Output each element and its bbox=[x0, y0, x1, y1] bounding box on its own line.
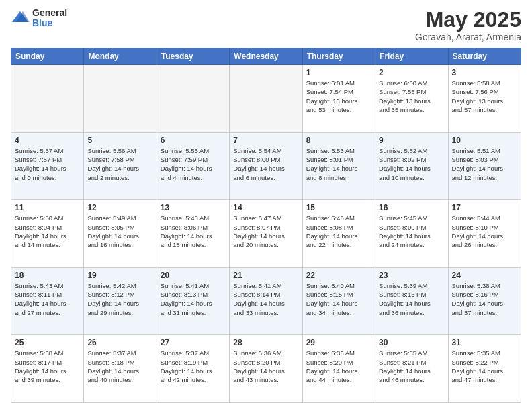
day-number: 30 bbox=[379, 338, 444, 347]
calendar-day-cell: 13Sunrise: 5:48 AMSunset: 8:06 PMDayligh… bbox=[157, 200, 229, 268]
col-thursday: Thursday bbox=[302, 48, 375, 65]
day-number: 22 bbox=[306, 271, 371, 280]
header: General Blue May 2025 Goravan, Ararat, A… bbox=[11, 8, 521, 42]
page: General Blue May 2025 Goravan, Ararat, A… bbox=[0, 0, 532, 411]
logo: General Blue bbox=[11, 8, 67, 29]
day-number: 29 bbox=[306, 338, 371, 347]
day-number: 5 bbox=[87, 136, 152, 145]
day-number: 16 bbox=[379, 203, 444, 212]
day-info: Sunrise: 5:35 AMSunset: 8:22 PMDaylight:… bbox=[452, 349, 517, 384]
day-info: Sunrise: 5:58 AMSunset: 7:56 PMDaylight:… bbox=[452, 79, 517, 114]
calendar-week-4: 18Sunrise: 5:43 AMSunset: 8:11 PMDayligh… bbox=[11, 267, 521, 335]
day-info: Sunrise: 5:57 AMSunset: 7:57 PMDaylight:… bbox=[15, 146, 80, 182]
calendar-day-cell: 1Sunrise: 6:01 AMSunset: 7:54 PMDaylight… bbox=[302, 65, 375, 133]
calendar-day-cell: 9Sunrise: 5:52 AMSunset: 8:02 PMDaylight… bbox=[375, 132, 448, 200]
col-sunday: Sunday bbox=[11, 48, 84, 65]
day-info: Sunrise: 5:52 AMSunset: 8:02 PMDaylight:… bbox=[379, 146, 444, 182]
calendar-day-cell: 19Sunrise: 5:42 AMSunset: 8:12 PMDayligh… bbox=[84, 267, 157, 335]
day-number: 10 bbox=[452, 136, 517, 145]
logo-text: General Blue bbox=[32, 8, 67, 29]
day-info: Sunrise: 5:49 AMSunset: 8:05 PMDaylight:… bbox=[87, 214, 152, 249]
day-number: 17 bbox=[452, 203, 517, 212]
day-info: Sunrise: 5:50 AMSunset: 8:04 PMDaylight:… bbox=[15, 214, 80, 249]
day-info: Sunrise: 5:53 AMSunset: 8:01 PMDaylight:… bbox=[306, 146, 371, 182]
logo-general-text: General bbox=[32, 8, 67, 18]
col-tuesday: Tuesday bbox=[157, 48, 229, 65]
day-info: Sunrise: 5:35 AMSunset: 8:21 PMDaylight:… bbox=[379, 349, 444, 384]
day-info: Sunrise: 5:41 AMSunset: 8:13 PMDaylight:… bbox=[161, 281, 226, 317]
day-number: 14 bbox=[233, 203, 298, 212]
day-info: Sunrise: 6:00 AMSunset: 7:55 PMDaylight:… bbox=[379, 79, 444, 114]
calendar-day-cell: 20Sunrise: 5:41 AMSunset: 8:13 PMDayligh… bbox=[157, 267, 229, 335]
day-info: Sunrise: 5:48 AMSunset: 8:06 PMDaylight:… bbox=[161, 214, 226, 249]
calendar-day-cell: 17Sunrise: 5:44 AMSunset: 8:10 PMDayligh… bbox=[448, 200, 521, 268]
day-info: Sunrise: 5:40 AMSunset: 8:15 PMDaylight:… bbox=[306, 281, 371, 317]
day-number: 19 bbox=[87, 271, 152, 280]
calendar-week-2: 4Sunrise: 5:57 AMSunset: 7:57 PMDaylight… bbox=[11, 132, 521, 200]
logo-icon bbox=[11, 9, 30, 28]
day-info: Sunrise: 5:37 AMSunset: 8:19 PMDaylight:… bbox=[161, 349, 226, 384]
calendar-day-cell: 25Sunrise: 5:38 AMSunset: 8:17 PMDayligh… bbox=[11, 335, 84, 403]
day-info: Sunrise: 5:45 AMSunset: 8:09 PMDaylight:… bbox=[379, 214, 444, 249]
calendar-day-cell bbox=[230, 65, 302, 133]
calendar-day-cell: 4Sunrise: 5:57 AMSunset: 7:57 PMDaylight… bbox=[11, 132, 84, 200]
calendar-header-row: Sunday Monday Tuesday Wednesday Thursday… bbox=[11, 48, 521, 65]
day-number: 12 bbox=[87, 203, 152, 212]
calendar-table: Sunday Monday Tuesday Wednesday Thursday… bbox=[11, 48, 521, 403]
day-number: 4 bbox=[15, 136, 80, 145]
calendar-day-cell: 3Sunrise: 5:58 AMSunset: 7:56 PMDaylight… bbox=[448, 65, 521, 133]
calendar-week-3: 11Sunrise: 5:50 AMSunset: 8:04 PMDayligh… bbox=[11, 200, 521, 268]
calendar-day-cell: 21Sunrise: 5:41 AMSunset: 8:14 PMDayligh… bbox=[230, 267, 302, 335]
day-info: Sunrise: 5:39 AMSunset: 8:15 PMDaylight:… bbox=[379, 281, 444, 317]
day-info: Sunrise: 5:36 AMSunset: 8:20 PMDaylight:… bbox=[306, 349, 371, 384]
day-number: 15 bbox=[306, 203, 371, 212]
calendar-day-cell: 10Sunrise: 5:51 AMSunset: 8:03 PMDayligh… bbox=[448, 132, 521, 200]
calendar-day-cell: 27Sunrise: 5:37 AMSunset: 8:19 PMDayligh… bbox=[157, 335, 229, 403]
day-number: 8 bbox=[306, 136, 371, 145]
calendar-week-1: 1Sunrise: 6:01 AMSunset: 7:54 PMDaylight… bbox=[11, 65, 521, 133]
day-info: Sunrise: 5:37 AMSunset: 8:18 PMDaylight:… bbox=[87, 349, 152, 384]
calendar-day-cell: 23Sunrise: 5:39 AMSunset: 8:15 PMDayligh… bbox=[375, 267, 448, 335]
calendar-day-cell: 22Sunrise: 5:40 AMSunset: 8:15 PMDayligh… bbox=[302, 267, 375, 335]
day-number: 20 bbox=[161, 271, 226, 280]
day-info: Sunrise: 5:46 AMSunset: 8:08 PMDaylight:… bbox=[306, 214, 371, 249]
day-number: 6 bbox=[161, 136, 226, 145]
location-subtitle: Goravan, Ararat, Armenia bbox=[415, 32, 521, 42]
calendar-day-cell: 15Sunrise: 5:46 AMSunset: 8:08 PMDayligh… bbox=[302, 200, 375, 268]
day-number: 18 bbox=[15, 271, 80, 280]
calendar-day-cell: 29Sunrise: 5:36 AMSunset: 8:20 PMDayligh… bbox=[302, 335, 375, 403]
day-info: Sunrise: 5:44 AMSunset: 8:10 PMDaylight:… bbox=[452, 214, 517, 249]
day-info: Sunrise: 6:01 AMSunset: 7:54 PMDaylight:… bbox=[306, 79, 371, 114]
logo-blue-text: Blue bbox=[32, 18, 67, 28]
day-info: Sunrise: 5:47 AMSunset: 8:07 PMDaylight:… bbox=[233, 214, 298, 249]
day-number: 31 bbox=[452, 338, 517, 347]
calendar-day-cell: 18Sunrise: 5:43 AMSunset: 8:11 PMDayligh… bbox=[11, 267, 84, 335]
day-number: 25 bbox=[15, 338, 80, 347]
col-friday: Friday bbox=[375, 48, 448, 65]
calendar-day-cell: 8Sunrise: 5:53 AMSunset: 8:01 PMDaylight… bbox=[302, 132, 375, 200]
calendar-day-cell bbox=[84, 65, 157, 133]
col-monday: Monday bbox=[84, 48, 157, 65]
calendar-week-5: 25Sunrise: 5:38 AMSunset: 8:17 PMDayligh… bbox=[11, 335, 521, 403]
day-info: Sunrise: 5:38 AMSunset: 8:16 PMDaylight:… bbox=[452, 281, 517, 317]
calendar-day-cell: 2Sunrise: 6:00 AMSunset: 7:55 PMDaylight… bbox=[375, 65, 448, 133]
day-number: 26 bbox=[87, 338, 152, 347]
calendar-day-cell: 30Sunrise: 5:35 AMSunset: 8:21 PMDayligh… bbox=[375, 335, 448, 403]
day-number: 13 bbox=[161, 203, 226, 212]
col-saturday: Saturday bbox=[448, 48, 521, 65]
day-number: 28 bbox=[233, 338, 298, 347]
calendar-day-cell: 31Sunrise: 5:35 AMSunset: 8:22 PMDayligh… bbox=[448, 335, 521, 403]
day-info: Sunrise: 5:38 AMSunset: 8:17 PMDaylight:… bbox=[15, 349, 80, 384]
day-number: 21 bbox=[233, 271, 298, 280]
day-number: 24 bbox=[452, 271, 517, 280]
day-info: Sunrise: 5:51 AMSunset: 8:03 PMDaylight:… bbox=[452, 146, 517, 182]
day-number: 27 bbox=[161, 338, 226, 347]
day-number: 23 bbox=[379, 271, 444, 280]
col-wednesday: Wednesday bbox=[230, 48, 302, 65]
calendar-day-cell: 12Sunrise: 5:49 AMSunset: 8:05 PMDayligh… bbox=[84, 200, 157, 268]
calendar-day-cell: 11Sunrise: 5:50 AMSunset: 8:04 PMDayligh… bbox=[11, 200, 84, 268]
calendar-day-cell: 7Sunrise: 5:54 AMSunset: 8:00 PMDaylight… bbox=[230, 132, 302, 200]
day-info: Sunrise: 5:54 AMSunset: 8:00 PMDaylight:… bbox=[233, 146, 298, 182]
calendar-day-cell bbox=[11, 65, 84, 133]
title-block: May 2025 Goravan, Ararat, Armenia bbox=[415, 8, 521, 42]
